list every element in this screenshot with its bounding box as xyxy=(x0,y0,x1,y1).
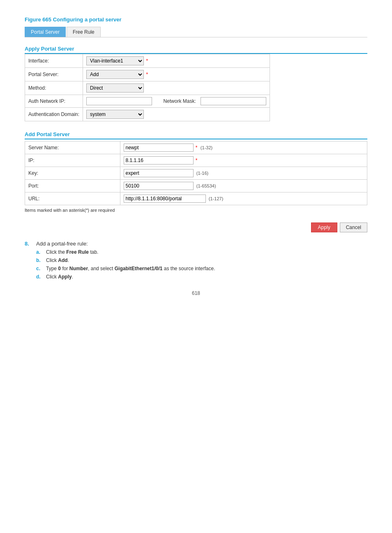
interface-label: Interface: xyxy=(25,54,83,68)
apply-section-title: Apply Portal Server xyxy=(25,46,367,54)
step-d-text: Click Apply. xyxy=(46,274,73,280)
add-portal-server-section: Add Portal Server Server Name: * (1-32) … xyxy=(25,131,367,213)
table-row: IP: * xyxy=(25,154,367,167)
port-input[interactable] xyxy=(124,182,194,190)
interface-cell: Vlan-interface1 * xyxy=(83,54,270,68)
step-a-text: Click the Free Rule tab. xyxy=(46,249,98,255)
interface-required: * xyxy=(146,58,148,64)
portal-server-required: * xyxy=(146,72,148,77)
table-row: Server Name: * (1-32) xyxy=(25,141,367,154)
apply-portal-table: Interface: Vlan-interface1 * Portal Serv… xyxy=(25,54,270,121)
required-note: Items marked with an asterisk(*) are req… xyxy=(25,208,367,213)
cancel-button[interactable]: Cancel xyxy=(340,222,367,232)
ip-input[interactable] xyxy=(124,156,194,165)
server-name-label: Server Name: xyxy=(25,141,120,154)
page-number: 618 xyxy=(25,290,367,296)
method-select[interactable]: Direct xyxy=(86,83,144,93)
table-row: Portal Server: Add * xyxy=(25,68,270,81)
network-mask-input[interactable] xyxy=(201,97,266,105)
portal-server-cell: Add * xyxy=(83,68,270,81)
interface-select[interactable]: Vlan-interface1 xyxy=(86,56,144,65)
instruction-body: Add a portal-free rule: a. Click the Fre… xyxy=(36,241,215,282)
sub-step-c: c. Type 0 for Number, and select Gigabit… xyxy=(36,266,215,271)
server-name-hint: (1-32) xyxy=(201,145,212,150)
portal-server-label: Portal Server: xyxy=(25,68,83,81)
method-label: Method: xyxy=(25,81,83,95)
key-label: Key: xyxy=(25,167,120,180)
tab-free-rule[interactable]: Free Rule xyxy=(67,27,101,37)
tabs-bar: Portal Server Free Rule xyxy=(25,27,367,37)
key-cell: (1-16) xyxy=(120,167,367,180)
auth-domain-select[interactable]: system xyxy=(86,110,144,119)
key-hint: (1-16) xyxy=(196,171,208,176)
server-name-input[interactable] xyxy=(124,144,194,152)
apply-button[interactable]: Apply xyxy=(311,222,337,232)
instruction-number: 8. xyxy=(25,241,36,247)
auth-network-ip-cell: Network Mask: xyxy=(83,95,270,108)
step-b-text: Click Add. xyxy=(46,257,69,263)
portal-server-select[interactable]: Add xyxy=(86,70,144,79)
sub-step-d: d. Click Apply. xyxy=(36,274,215,280)
table-row: Port: (1-65534) xyxy=(25,180,367,192)
instruction-item: 8. Add a portal-free rule: a. Click the … xyxy=(25,241,367,282)
figure-title: Figure 665 Configuring a portal server xyxy=(25,16,367,23)
table-row: Auth Network IP: Network Mask: xyxy=(25,95,270,108)
port-label: Port: xyxy=(25,180,120,192)
auth-domain-cell: system xyxy=(83,108,270,121)
sub-steps: a. Click the Free Rule tab. b. Click Add… xyxy=(36,249,215,280)
table-row: URL: (1-127) xyxy=(25,192,367,205)
table-row: Method: Direct xyxy=(25,81,270,95)
add-portal-table: Server Name: * (1-32) IP: * Key: (1-16) … xyxy=(25,141,367,205)
auth-network-ip-input[interactable] xyxy=(86,97,152,105)
instructions-section: 8. Add a portal-free rule: a. Click the … xyxy=(25,241,367,282)
add-section-title: Add Portal Server xyxy=(25,131,367,139)
step-a-letter: a. xyxy=(36,249,46,255)
step-b-letter: b. xyxy=(36,257,46,263)
step-c-letter: c. xyxy=(36,266,46,271)
url-hint: (1-127) xyxy=(209,196,223,201)
ip-cell: * xyxy=(120,154,367,167)
key-input[interactable] xyxy=(124,169,194,177)
sub-step-a: a. Click the Free Rule tab. xyxy=(36,249,215,255)
server-name-required: * xyxy=(196,145,198,151)
apply-portal-server-section: Apply Portal Server Interface: Vlan-inte… xyxy=(25,46,367,121)
url-input[interactable] xyxy=(124,195,206,203)
port-cell: (1-65534) xyxy=(120,180,367,192)
table-row: Key: (1-16) xyxy=(25,167,367,180)
tab-portal-server[interactable]: Portal Server xyxy=(25,27,66,37)
url-label: URL: xyxy=(25,192,120,205)
network-mask-label: Network Mask: xyxy=(163,98,196,104)
ip-required: * xyxy=(196,158,198,163)
auth-network-ip-label: Auth Network IP: xyxy=(25,95,83,108)
auth-domain-label: Authentication Domain: xyxy=(25,108,83,121)
ip-label: IP: xyxy=(25,154,120,167)
step-d-letter: d. xyxy=(36,274,46,280)
sub-step-b: b. Click Add. xyxy=(36,257,215,263)
method-cell: Direct xyxy=(83,81,270,95)
url-cell: (1-127) xyxy=(120,192,367,205)
buttons-row: Apply Cancel xyxy=(25,222,367,232)
table-row: Authentication Domain: system xyxy=(25,108,270,121)
table-row: Interface: Vlan-interface1 * xyxy=(25,54,270,68)
step-c-text: Type 0 for Number, and select GigabitEth… xyxy=(46,266,215,271)
port-hint: (1-65534) xyxy=(196,183,216,188)
server-name-cell: * (1-32) xyxy=(120,141,367,154)
instruction-text: Add a portal-free rule: xyxy=(36,241,88,247)
